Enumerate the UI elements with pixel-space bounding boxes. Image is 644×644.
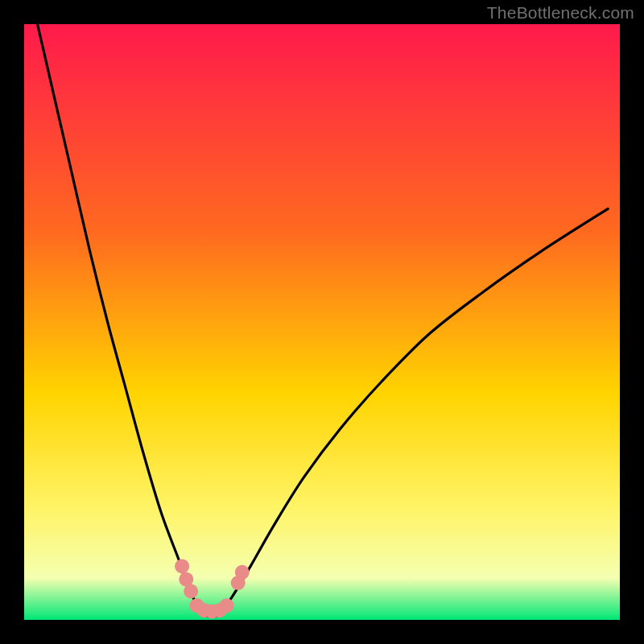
- marker-dot: [175, 559, 189, 573]
- marker-dot: [220, 598, 234, 613]
- curve-markers: [175, 559, 250, 618]
- marker-dot: [235, 565, 250, 580]
- plot-area: [24, 24, 620, 620]
- chart-frame: TheBottleneck.com: [0, 0, 644, 644]
- curve-layer: [24, 24, 620, 620]
- watermark-text: TheBottleneck.com: [487, 3, 634, 23]
- bottleneck-curve: [36, 24, 608, 617]
- marker-dot: [184, 584, 198, 599]
